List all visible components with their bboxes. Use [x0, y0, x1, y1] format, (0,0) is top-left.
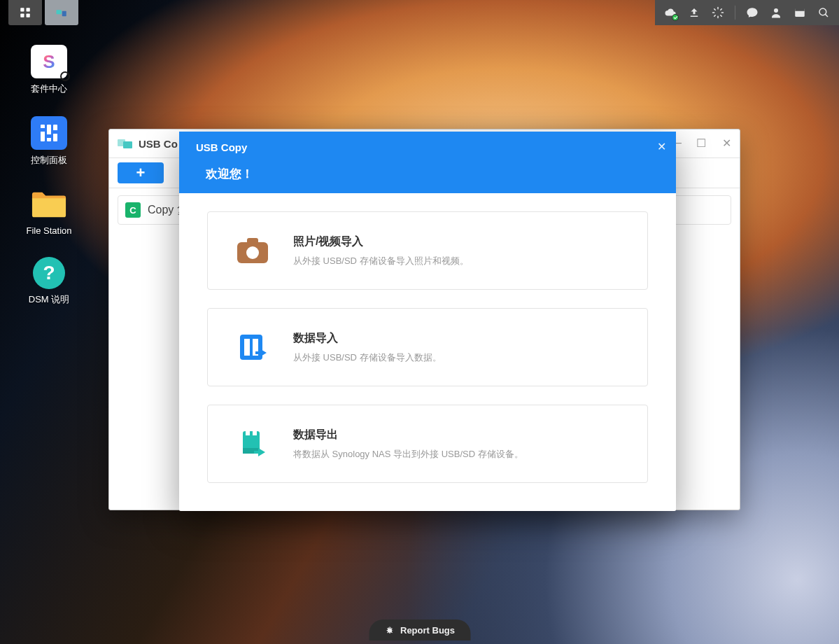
card-title: 数据导入 — [293, 331, 442, 346]
svg-point-17 — [819, 8, 826, 15]
desktop-icon-help[interactable]: ? DSM 说明 — [15, 257, 83, 306]
desktop-icon-file-station[interactable]: File Station — [15, 188, 83, 236]
svg-rect-23 — [47, 134, 51, 138]
svg-rect-22 — [41, 128, 45, 132]
window-controls: — ☐ ✕ — [667, 134, 735, 152]
modal-body: 照片/视频导入 从外接 USB/SD 存储设备导入照片和视频。 数据导入 从外接… — [179, 193, 676, 501]
card-desc: 从外接 USB/SD 存储设备导入照片和视频。 — [293, 255, 469, 267]
modal-close-button[interactable]: ✕ — [657, 140, 666, 153]
user-icon[interactable] — [766, 3, 786, 22]
welcome-modal: USB Copy 欢迎您！ ✕ 照片/视频导入 从外接 USB/SD 存储设备导… — [179, 132, 676, 511]
taskbar-left — [8, 0, 81, 25]
card-title: 照片/视频导入 — [293, 234, 469, 249]
card-data-export[interactable]: 数据导出 将数据从 Synology NAS 导出到外接 USB/SD 存储设备… — [207, 405, 648, 483]
taskbar-app-usbcopy[interactable] — [45, 0, 78, 25]
report-bugs-label: Report Bugs — [400, 625, 455, 636]
svg-rect-26 — [123, 141, 132, 148]
bug-icon — [384, 625, 395, 636]
svg-rect-16 — [795, 8, 805, 11]
messages-icon[interactable] — [742, 3, 762, 22]
system-tray — [655, 0, 839, 25]
modal-subtitle: 欢迎您！ — [196, 166, 659, 182]
help-icon: ? — [33, 257, 65, 289]
svg-rect-5 — [62, 11, 66, 17]
main-menu-button[interactable] — [8, 0, 42, 25]
svg-rect-30 — [240, 335, 262, 360]
card-desc: 将数据从 Synology NAS 导出到外接 USB/SD 存储设备。 — [293, 448, 523, 461]
task-status-icon: C — [125, 202, 141, 218]
import-icon — [233, 328, 272, 367]
svg-line-13 — [721, 9, 722, 10]
desktop-icon-label: DSM 说明 — [29, 293, 70, 306]
svg-line-18 — [825, 14, 828, 17]
svg-rect-3 — [27, 14, 30, 18]
svg-line-12 — [714, 15, 716, 17]
window-close-button[interactable]: ✕ — [717, 134, 735, 152]
svg-line-8 — [714, 9, 716, 10]
desktop-icon-label: File Station — [26, 225, 71, 236]
app-folder-icon — [118, 136, 133, 151]
modal-title: USB Copy — [196, 141, 659, 153]
desktop-icons: S 套件中心 控制面板 File Station ? DSM 说明 — [15, 45, 83, 306]
desktop: S 套件中心 控制面板 File Station ? DSM 说明 USB Co — [0, 0, 839, 644]
window-maximize-button[interactable]: ☐ — [692, 134, 710, 152]
dashboard-icon[interactable] — [790, 3, 810, 22]
desktop-icon-label: 控制面板 — [31, 154, 67, 167]
modal-header: USB Copy 欢迎您！ — [179, 132, 676, 193]
camera-icon — [233, 231, 272, 270]
cloud-status-icon[interactable] — [661, 3, 680, 22]
desktop-icon-package-center[interactable]: S 套件中心 — [15, 45, 83, 95]
svg-rect-28 — [247, 238, 258, 245]
svg-rect-19 — [41, 125, 45, 141]
add-button[interactable]: + — [118, 162, 164, 183]
svg-rect-4 — [57, 10, 62, 14]
desktop-icon-control-panel[interactable]: 控制面板 — [15, 116, 83, 167]
search-icon[interactable] — [814, 3, 833, 22]
svg-rect-35 — [253, 431, 257, 435]
desktop-icon-label: 套件中心 — [31, 83, 67, 95]
card-title: 数据导出 — [293, 428, 523, 442]
svg-point-14 — [774, 8, 778, 13]
loading-spinner-icon[interactable] — [708, 3, 728, 22]
svg-line-9 — [721, 15, 722, 17]
svg-rect-24 — [53, 130, 57, 134]
svg-point-29 — [246, 246, 259, 259]
svg-rect-34 — [246, 431, 250, 435]
export-icon — [233, 424, 272, 463]
report-bugs-button[interactable]: Report Bugs — [369, 620, 470, 640]
card-photo-import[interactable]: 照片/视频导入 从外接 USB/SD 存储设备导入照片和视频。 — [207, 211, 648, 290]
svg-rect-2 — [20, 14, 24, 18]
window-title: USB Co — [139, 138, 178, 150]
svg-rect-31 — [244, 339, 250, 356]
card-desc: 从外接 USB/SD 存储设备导入数据。 — [293, 351, 442, 364]
card-data-import[interactable]: 数据导入 从外接 USB/SD 存储设备导入数据。 — [207, 308, 648, 386]
svg-rect-1 — [27, 8, 30, 11]
upload-icon[interactable] — [684, 3, 704, 22]
svg-rect-0 — [20, 8, 24, 11]
svg-rect-20 — [47, 125, 51, 141]
